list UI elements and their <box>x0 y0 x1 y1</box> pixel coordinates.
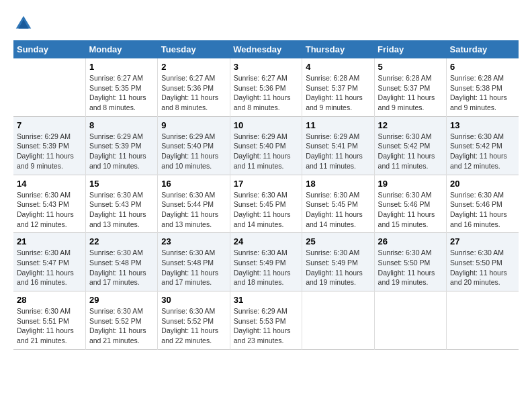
day-cell: 27Sunrise: 6:30 AMSunset: 5:50 PMDayligh… <box>447 233 519 291</box>
day-number: 3 <box>234 62 298 72</box>
day-info: Sunrise: 6:28 AMSunset: 5:38 PMDaylight:… <box>450 73 515 113</box>
day-info: Sunrise: 6:30 AMSunset: 5:48 PMDaylight:… <box>161 248 226 287</box>
day-number: 19 <box>378 179 443 189</box>
day-info: Sunrise: 6:30 AMSunset: 5:43 PMDaylight:… <box>89 190 154 230</box>
weekday-header-friday: Friday <box>374 40 446 58</box>
day-cell: 11Sunrise: 6:29 AMSunset: 5:41 PMDayligh… <box>302 116 374 175</box>
week-row-3: 14Sunrise: 6:30 AMSunset: 5:43 PMDayligh… <box>13 175 519 233</box>
weekday-header-thursday: Thursday <box>302 40 374 58</box>
day-number: 15 <box>89 179 154 189</box>
day-info: Sunrise: 6:30 AMSunset: 5:45 PMDaylight:… <box>234 190 298 230</box>
day-cell: 7Sunrise: 6:29 AMSunset: 5:39 PMDaylight… <box>13 116 85 175</box>
day-cell: 4Sunrise: 6:28 AMSunset: 5:37 PMDaylight… <box>302 58 374 116</box>
day-number: 14 <box>17 179 82 189</box>
week-row-1: 1Sunrise: 6:27 AMSunset: 5:35 PMDaylight… <box>13 58 519 116</box>
day-cell: 31Sunrise: 6:29 AMSunset: 5:53 PMDayligh… <box>230 291 302 350</box>
day-cell: 19Sunrise: 6:30 AMSunset: 5:46 PMDayligh… <box>374 175 446 233</box>
day-number: 16 <box>161 179 226 189</box>
weekday-header-sunday: Sunday <box>13 40 85 58</box>
day-info: Sunrise: 6:30 AMSunset: 5:51 PMDaylight:… <box>17 306 82 346</box>
day-cell: 5Sunrise: 6:28 AMSunset: 5:37 PMDaylight… <box>374 58 446 116</box>
day-info: Sunrise: 6:30 AMSunset: 5:49 PMDaylight:… <box>234 248 298 287</box>
day-info: Sunrise: 6:27 AMSunset: 5:35 PMDaylight:… <box>89 73 154 113</box>
day-info: Sunrise: 6:30 AMSunset: 5:42 PMDaylight:… <box>450 132 515 171</box>
day-info: Sunrise: 6:30 AMSunset: 5:47 PMDaylight:… <box>17 248 82 287</box>
day-number: 23 <box>161 236 226 246</box>
day-info: Sunrise: 6:29 AMSunset: 5:40 PMDaylight:… <box>161 132 226 171</box>
day-cell: 3Sunrise: 6:27 AMSunset: 5:36 PMDaylight… <box>230 58 302 116</box>
day-cell: 6Sunrise: 6:28 AMSunset: 5:38 PMDaylight… <box>447 58 519 116</box>
day-info: Sunrise: 6:28 AMSunset: 5:37 PMDaylight:… <box>378 73 443 113</box>
day-cell: 25Sunrise: 6:30 AMSunset: 5:49 PMDayligh… <box>302 233 374 291</box>
day-number: 11 <box>306 120 370 130</box>
day-info: Sunrise: 6:30 AMSunset: 5:45 PMDaylight:… <box>306 190 370 230</box>
day-info: Sunrise: 6:30 AMSunset: 5:50 PMDaylight:… <box>450 248 515 287</box>
day-info: Sunrise: 6:30 AMSunset: 5:48 PMDaylight:… <box>89 248 154 287</box>
day-number: 27 <box>450 236 515 246</box>
day-number: 5 <box>378 62 443 72</box>
day-info: Sunrise: 6:30 AMSunset: 5:46 PMDaylight:… <box>450 190 515 230</box>
day-info: Sunrise: 6:29 AMSunset: 5:53 PMDaylight:… <box>234 306 298 346</box>
day-cell: 2Sunrise: 6:27 AMSunset: 5:36 PMDaylight… <box>158 58 230 116</box>
day-cell: 18Sunrise: 6:30 AMSunset: 5:45 PMDayligh… <box>302 175 374 233</box>
weekday-header-monday: Monday <box>85 40 157 58</box>
day-info: Sunrise: 6:30 AMSunset: 5:42 PMDaylight:… <box>378 132 443 171</box>
day-info: Sunrise: 6:27 AMSunset: 5:36 PMDaylight:… <box>161 73 226 113</box>
day-cell: 24Sunrise: 6:30 AMSunset: 5:49 PMDayligh… <box>230 233 302 291</box>
day-info: Sunrise: 6:30 AMSunset: 5:52 PMDaylight:… <box>89 306 154 346</box>
day-info: Sunrise: 6:30 AMSunset: 5:43 PMDaylight:… <box>17 190 82 230</box>
day-number: 26 <box>378 236 443 246</box>
day-number: 24 <box>234 236 298 246</box>
day-info: Sunrise: 6:30 AMSunset: 5:46 PMDaylight:… <box>378 190 443 230</box>
day-info: Sunrise: 6:30 AMSunset: 5:49 PMDaylight:… <box>306 248 370 287</box>
day-cell <box>302 291 374 350</box>
week-row-2: 7Sunrise: 6:29 AMSunset: 5:39 PMDaylight… <box>13 116 519 175</box>
day-info: Sunrise: 6:30 AMSunset: 5:50 PMDaylight:… <box>378 248 443 287</box>
day-cell: 23Sunrise: 6:30 AMSunset: 5:48 PMDayligh… <box>158 233 230 291</box>
day-number: 13 <box>450 120 515 130</box>
logo <box>13 13 36 34</box>
day-cell: 10Sunrise: 6:29 AMSunset: 5:40 PMDayligh… <box>230 116 302 175</box>
day-cell: 20Sunrise: 6:30 AMSunset: 5:46 PMDayligh… <box>447 175 519 233</box>
day-number: 6 <box>450 62 515 72</box>
day-number: 22 <box>89 236 154 246</box>
week-row-5: 28Sunrise: 6:30 AMSunset: 5:51 PMDayligh… <box>13 291 519 350</box>
day-info: Sunrise: 6:30 AMSunset: 5:44 PMDaylight:… <box>161 190 226 230</box>
day-number: 28 <box>17 295 82 305</box>
day-info: Sunrise: 6:27 AMSunset: 5:36 PMDaylight:… <box>234 73 298 113</box>
day-cell <box>447 291 519 350</box>
day-cell: 30Sunrise: 6:30 AMSunset: 5:52 PMDayligh… <box>158 291 230 350</box>
day-info: Sunrise: 6:29 AMSunset: 5:39 PMDaylight:… <box>89 132 154 171</box>
day-number: 30 <box>161 295 226 305</box>
day-number: 31 <box>234 295 298 305</box>
day-number: 12 <box>378 120 443 130</box>
day-number: 17 <box>234 179 298 189</box>
day-cell: 29Sunrise: 6:30 AMSunset: 5:52 PMDayligh… <box>85 291 157 350</box>
day-info: Sunrise: 6:30 AMSunset: 5:52 PMDaylight:… <box>161 306 226 346</box>
day-cell: 8Sunrise: 6:29 AMSunset: 5:39 PMDaylight… <box>85 116 157 175</box>
day-cell: 17Sunrise: 6:30 AMSunset: 5:45 PMDayligh… <box>230 175 302 233</box>
day-cell <box>374 291 446 350</box>
weekday-header-wednesday: Wednesday <box>230 40 302 58</box>
day-cell: 12Sunrise: 6:30 AMSunset: 5:42 PMDayligh… <box>374 116 446 175</box>
day-number: 21 <box>17 236 82 246</box>
weekday-header-row: SundayMondayTuesdayWednesdayThursdayFrid… <box>13 40 519 58</box>
page-header <box>13 13 519 34</box>
day-cell: 28Sunrise: 6:30 AMSunset: 5:51 PMDayligh… <box>13 291 85 350</box>
weekday-header-saturday: Saturday <box>447 40 519 58</box>
week-row-4: 21Sunrise: 6:30 AMSunset: 5:47 PMDayligh… <box>13 233 519 291</box>
day-number: 10 <box>234 120 298 130</box>
day-cell: 15Sunrise: 6:30 AMSunset: 5:43 PMDayligh… <box>85 175 157 233</box>
day-cell: 13Sunrise: 6:30 AMSunset: 5:42 PMDayligh… <box>447 116 519 175</box>
day-info: Sunrise: 6:29 AMSunset: 5:39 PMDaylight:… <box>17 132 82 171</box>
day-number: 20 <box>450 179 515 189</box>
day-number: 1 <box>89 62 154 72</box>
day-number: 9 <box>161 120 226 130</box>
day-number: 4 <box>306 62 370 72</box>
day-number: 29 <box>89 295 154 305</box>
day-cell: 21Sunrise: 6:30 AMSunset: 5:47 PMDayligh… <box>13 233 85 291</box>
day-cell: 16Sunrise: 6:30 AMSunset: 5:44 PMDayligh… <box>158 175 230 233</box>
day-cell: 14Sunrise: 6:30 AMSunset: 5:43 PMDayligh… <box>13 175 85 233</box>
day-info: Sunrise: 6:29 AMSunset: 5:41 PMDaylight:… <box>306 132 370 171</box>
day-number: 25 <box>306 236 370 246</box>
